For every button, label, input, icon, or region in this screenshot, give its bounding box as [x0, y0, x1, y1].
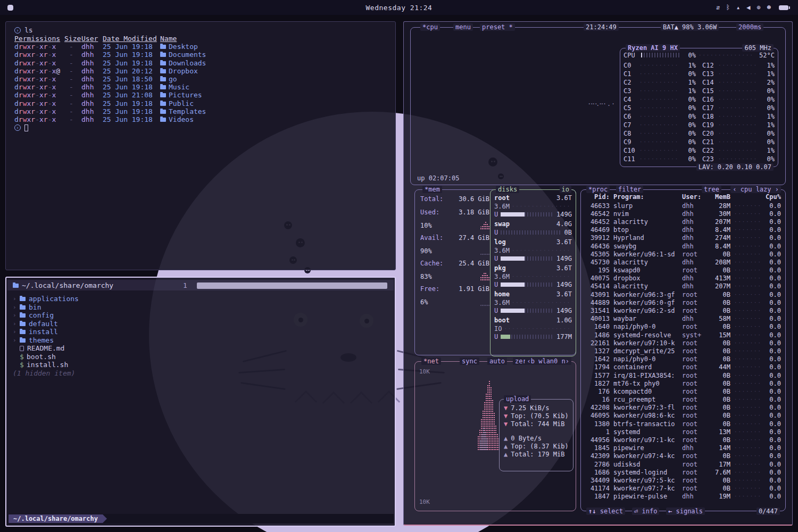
- expand-arrow-icon: ›: [13, 337, 16, 344]
- process-row[interactable]: 46542nvimdhh30M0.0: [585, 210, 781, 218]
- net-box-title[interactable]: *net: [421, 358, 441, 365]
- file-item[interactable]: ›default: [13, 320, 79, 328]
- download-stat: ▼Top: (70.5 Kib): [504, 412, 570, 420]
- col-program[interactable]: Program:: [613, 193, 678, 201]
- process-row[interactable]: 46436swaybgdhh8.4M0.0: [585, 242, 781, 250]
- file-item[interactable]: ›config: [13, 311, 79, 320]
- mem-box-title[interactable]: *mem: [422, 186, 442, 193]
- proc-count: 0/447: [757, 508, 780, 515]
- folder-icon: [160, 45, 166, 49]
- process-row[interactable]: 39912Hyprlanddhh274M0.0: [585, 234, 781, 242]
- signals-hint[interactable]: ← signals: [666, 508, 705, 515]
- col-mem[interactable]: MemB: [709, 193, 730, 201]
- process-row[interactable]: 34409kworker/u97:5-kcroot0B0.0: [585, 476, 781, 484]
- process-row[interactable]: 1380btrfs-transactioroot0B0.0: [585, 420, 781, 428]
- info-hint[interactable]: ⏎ info: [632, 508, 659, 515]
- tree-button[interactable]: tree: [702, 186, 721, 193]
- file-item[interactable]: ›bin: [13, 303, 79, 312]
- file-item[interactable]: ›themes: [13, 336, 79, 345]
- file-item[interactable]: $install.sh: [13, 361, 79, 369]
- script-icon: $: [20, 361, 23, 369]
- process-row[interactable]: 22161kworker/u97:10-kroot0B0.0: [585, 339, 781, 347]
- process-row[interactable]: 45730alacrittydhh208M0.0: [585, 258, 781, 266]
- process-row[interactable]: 31541kworker/u96:2-sdroot0B0.0: [585, 306, 781, 314]
- process-row[interactable]: 41174kworker/u97:7-kcroot0B0.0: [585, 485, 781, 493]
- process-row[interactable]: 45414alacrittydhh207M0.0: [585, 282, 781, 290]
- process-row[interactable]: 1486systemd-resolvesyst+15M0.0: [585, 331, 781, 339]
- cpu-box-title[interactable]: *cpu: [420, 23, 440, 31]
- process-row[interactable]: 1systemdroot13M0.0: [585, 428, 781, 436]
- load-average: LAV: 0.20 0.10 0.07: [696, 163, 774, 171]
- ls-header-row: PermissionsSizeUserDate ModifiedName: [14, 35, 395, 43]
- core-row: C21%: [624, 78, 696, 87]
- process-row[interactable]: 1577irq/81-PIXA3854:root0B0.0: [585, 371, 781, 379]
- process-row[interactable]: 1327dmcrypt_write/25root0B0.0: [585, 347, 781, 355]
- battery-icon[interactable]: [779, 5, 788, 10]
- col-cpu[interactable]: Cpu%: [765, 193, 781, 201]
- ls-column-header: Size: [64, 35, 78, 43]
- folder-icon: [20, 297, 26, 301]
- proc-box: *proc filter tree ‹ cpu lazy › Pid: Prog…: [580, 189, 786, 511]
- process-row[interactable]: 1686systemd-logindroot7.6M0.0: [585, 468, 781, 476]
- file-item[interactable]: ›install: [13, 328, 79, 336]
- upload-box-title[interactable]: upload: [504, 395, 531, 403]
- mem-entries: Used:3.18 GiB10%Avail:27.4 GiB90%Cache:2…: [420, 209, 489, 306]
- process-row[interactable]: 40075dropboxdhh413M0.0: [585, 275, 781, 282]
- ls-rows: drwxr-xr-x-dhh25 Jun 19:18Desktopdrwxr-x…: [14, 43, 395, 123]
- process-row[interactable]: 40013waybardhh58M0.0: [585, 315, 781, 323]
- tab-indicator[interactable]: 1: [183, 281, 187, 289]
- process-row[interactable]: 1845pipewiredhh14M0.0: [585, 444, 781, 452]
- io-mode-label[interactable]: io: [560, 186, 571, 193]
- process-row[interactable]: 176kcompactd0root0B0.0: [585, 387, 781, 395]
- process-row[interactable]: 45305kworker/u96:1-sdroot0B0.0: [585, 250, 781, 258]
- core-row: C121%: [702, 61, 775, 70]
- preview-scrollbar[interactable]: [197, 282, 387, 289]
- mem-minigraph: [480, 296, 489, 306]
- auto-button[interactable]: auto: [487, 358, 507, 365]
- cpu-total-pct: 0%: [682, 52, 696, 59]
- process-row[interactable]: 46469btopdhh8.4M0.0: [585, 226, 781, 234]
- mem-minigraph: [480, 271, 489, 280]
- disk-entry: log3.6T3.6MU149G: [494, 238, 572, 263]
- disks-box-title[interactable]: disks: [496, 186, 519, 193]
- process-row[interactable]: 46452alacrittydhh207M0.0: [585, 218, 781, 226]
- filter-button[interactable]: filter: [616, 186, 643, 193]
- process-row[interactable]: 2786udisksdroot17M0.0: [585, 460, 781, 468]
- net-box: *net sync auto zero ‹b wlan0 n› 10K 10K …: [414, 361, 576, 511]
- col-user[interactable]: User:: [682, 193, 705, 201]
- process-row[interactable]: 195kswapd0root0B0.0: [585, 267, 781, 275]
- process-row[interactable]: 46633slurpdhh28M0.0: [585, 202, 781, 210]
- col-pid[interactable]: Pid:: [585, 193, 610, 201]
- core-row: C191%: [702, 121, 775, 129]
- process-row[interactable]: 42208kworker/u97:3-flroot0B0.0: [585, 404, 781, 412]
- sort-selector[interactable]: ‹ cpu lazy ›: [730, 186, 781, 193]
- process-row[interactable]: 1642napi/phy0-0root0B0.0: [585, 355, 781, 363]
- core-row: C221%: [702, 146, 775, 155]
- cpu-frequency: 605 MHz: [742, 44, 774, 52]
- file-item[interactable]: ›applications: [13, 295, 79, 303]
- menu-button[interactable]: menu: [453, 23, 473, 31]
- process-row[interactable]: 43091kworker/u96:3-gfroot0B0.0: [585, 290, 781, 298]
- current-path[interactable]: ~/.local/share/omarchy: [13, 281, 113, 289]
- file-item[interactable]: README.md: [13, 344, 79, 353]
- process-row[interactable]: 1827mt76-tx phy0root0B0.0: [585, 379, 781, 387]
- process-row[interactable]: 44889kworker/u96:0-gfroot0B0.0: [585, 298, 781, 306]
- process-row[interactable]: 44956kworker/u97:1-kcroot0B0.0: [585, 436, 781, 444]
- proc-box-title[interactable]: *proc: [586, 186, 610, 193]
- prompt-line-empty[interactable]: ›: [14, 123, 395, 132]
- sync-button[interactable]: sync: [460, 358, 479, 365]
- update-interval[interactable]: 2000ms: [736, 23, 763, 31]
- file-item[interactable]: $boot.sh: [13, 353, 79, 361]
- process-row[interactable]: 1794containerdroot44M0.0: [585, 363, 781, 371]
- process-row[interactable]: 46095kworker/u98:6-kcroot0B0.0: [585, 412, 781, 420]
- net-interface[interactable]: ‹b wlan0 n›: [525, 358, 571, 365]
- ls-row: drwxr-xr-x-dhh25 Jun 19:18Music: [14, 83, 395, 91]
- process-row[interactable]: 1640napi/phy0-0root0B0.0: [585, 323, 781, 331]
- process-row[interactable]: 1847pipewire-pulsedhh19M0.0: [585, 493, 781, 501]
- select-hint[interactable]: ↑↓ select: [586, 508, 625, 515]
- process-row[interactable]: 42309kworker/u97:4-kcroot0B0.0: [585, 452, 781, 460]
- preset-button[interactable]: preset *: [480, 23, 515, 31]
- mem-entry: Used:3.18 GiB10%: [420, 209, 489, 229]
- core-row: C170%: [702, 104, 775, 112]
- process-row[interactable]: 16rcu_preemptroot0B0.0: [585, 396, 781, 404]
